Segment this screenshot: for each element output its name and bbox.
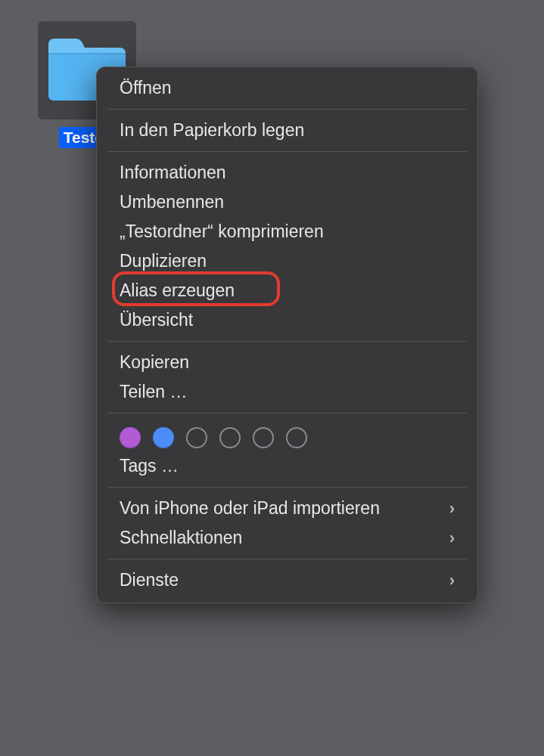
menu-copy-label: Kopieren <box>120 352 189 373</box>
menu-compress-label: „Testordner“ komprimieren <box>120 222 324 242</box>
menu-info-label: Informationen <box>120 163 226 183</box>
menu-duplicate[interactable]: Duplizieren <box>97 246 477 276</box>
separator <box>107 559 467 559</box>
tag-dot-empty[interactable] <box>219 427 241 448</box>
tag-color-row <box>97 420 477 451</box>
separator <box>107 151 467 152</box>
menu-compress[interactable]: „Testordner“ komprimieren <box>97 217 477 246</box>
menu-tags-label: Tags … <box>120 456 179 476</box>
tag-dot-purple[interactable] <box>120 427 141 448</box>
menu-services-label: Dienste <box>120 570 179 590</box>
tag-dot-empty[interactable] <box>186 427 207 448</box>
tag-dot-empty[interactable] <box>253 427 274 448</box>
menu-quick-look[interactable]: Übersicht <box>97 305 477 335</box>
menu-quickactions-label: Schnellaktionen <box>120 528 242 548</box>
menu-open[interactable]: Öffnen <box>97 73 477 103</box>
menu-quicklook-label: Übersicht <box>120 310 193 330</box>
menu-make-alias[interactable]: Alias erzeugen <box>97 276 477 305</box>
menu-import-label: Von iPhone oder iPad importieren <box>120 498 380 519</box>
menu-share[interactable]: Teilen … <box>97 377 477 407</box>
menu-duplicate-label: Duplizieren <box>120 251 207 271</box>
menu-copy[interactable]: Kopieren <box>97 348 477 377</box>
menu-move-to-trash[interactable]: In den Papierkorb legen <box>97 116 477 145</box>
menu-rename[interactable]: Umbenennen <box>97 187 477 217</box>
tag-dot-blue[interactable] <box>153 427 174 448</box>
chevron-right-icon: › <box>449 528 455 548</box>
menu-rename-label: Umbenennen <box>120 192 224 212</box>
separator <box>107 341 467 342</box>
menu-tags[interactable]: Tags … <box>97 451 477 481</box>
separator <box>107 487 467 488</box>
menu-trash-label: In den Papierkorb legen <box>120 120 304 141</box>
menu-quick-actions[interactable]: Schnellaktionen › <box>97 523 477 553</box>
chevron-right-icon: › <box>449 499 455 519</box>
chevron-right-icon: › <box>449 571 455 590</box>
menu-services[interactable]: Dienste › <box>97 565 477 595</box>
separator <box>107 109 467 110</box>
menu-import-from-device[interactable]: Von iPhone oder iPad importieren › <box>97 494 477 523</box>
context-menu: Öffnen In den Papierkorb legen Informati… <box>96 67 478 603</box>
menu-share-label: Teilen … <box>120 382 187 402</box>
menu-get-info[interactable]: Informationen <box>97 158 477 187</box>
tag-dot-empty[interactable] <box>286 427 307 448</box>
menu-open-label: Öffnen <box>120 78 172 98</box>
separator <box>107 413 467 414</box>
menu-alias-label: Alias erzeugen <box>120 280 235 301</box>
